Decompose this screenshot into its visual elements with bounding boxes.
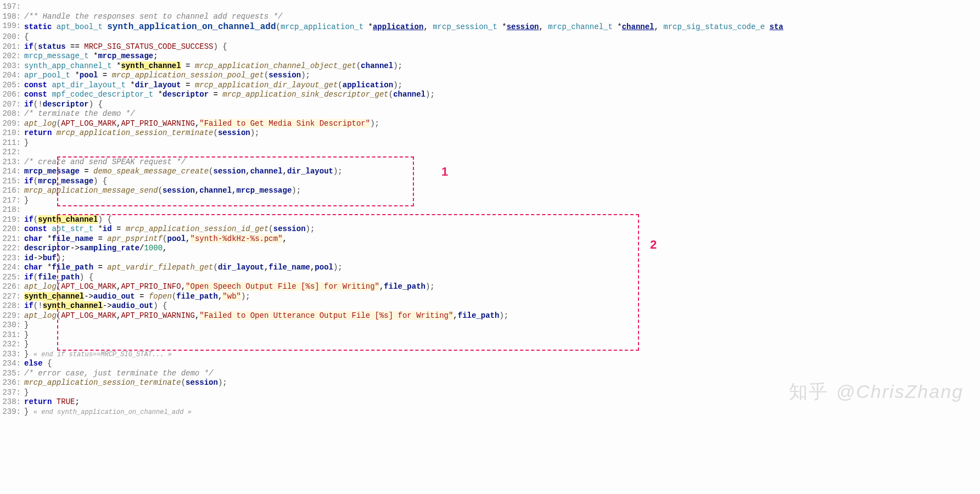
code-content [24,148,980,158]
code-line: 222: descriptor->sampling_rate/1000, [0,244,980,254]
code-line: 239:} « end synth_application_on_channel… [0,407,980,417]
line-number: 228: [0,301,24,311]
code-line: 204: apr_pool_t *pool = mrcp_application… [0,71,980,81]
code-content: descriptor->sampling_rate/1000, [24,244,980,254]
code-line: 201: if(status == MRCP_SIG_STATUS_CODE_S… [0,42,980,52]
line-number: 226: [0,282,24,292]
code-line: 205: const apt_dir_layout_t *dir_layout … [0,81,980,91]
line-number: 202: [0,52,24,61]
code-content: if(mrcp_message) { [24,177,980,187]
code-line: 199:static apt_bool_t synth_application_… [0,21,980,32]
line-number: 229: [0,311,24,321]
code-content: mrcp_message = demo_speak_message_create… [24,167,980,177]
line-number: 203: [0,61,24,71]
line-number: 216: [0,186,24,196]
code-line: 212: [0,148,980,158]
code-line: 220: const apt_str_t *id = mrcp_applicat… [0,224,980,234]
code-content: } [24,321,980,330]
code-line: 226: apt_log(APT_LOG_MARK,APT_PRIO_INFO,… [0,282,980,292]
code-content: mrcp_message_t *mrcp_message; [24,52,980,61]
code-content [24,2,980,12]
line-number: 215: [0,177,24,187]
line-number: 208: [0,109,24,119]
code-line: 218: [0,205,980,215]
line-number: 224: [0,263,24,273]
line-number: 210: [0,128,24,138]
code-content: } « end synth_application_on_channel_add… [24,407,980,417]
code-content: char *file_name = apr_psprintf(pool,"syn… [24,234,980,244]
code-content: /* terminate the demo */ [24,109,980,119]
code-content: const apt_str_t *id = mrcp_application_s… [24,224,980,234]
code-content: id->buf); [24,254,980,263]
code-line: 225: if(file_path) { [0,273,980,283]
line-number: 230: [0,321,24,330]
code-line: 210: return mrcp_application_session_ter… [0,128,980,138]
code-content: } [24,196,980,206]
line-number: 219: [0,215,24,225]
code-line: 230: } [0,321,980,330]
code-line: 213: /* create and send SPEAK request */ [0,158,980,167]
line-number: 211: [0,138,24,148]
annotation-label-2: 2 [650,237,657,252]
code-line: 203: synth_app_channel_t *synth_channel … [0,61,980,71]
code-line: 214: mrcp_message = demo_speak_message_c… [0,167,980,177]
line-number: 239: [0,407,24,417]
code-line: 238: return TRUE; [0,397,980,407]
line-number: 221: [0,234,24,244]
code-line: 217: } [0,196,980,206]
code-content: mrcp_application_session_terminate(sessi… [24,378,980,388]
code-content: apt_log(APT_LOG_MARK,APT_PRIO_WARNING,"F… [24,311,980,321]
code-content: if(!synth_channel->audio_out) { [24,301,980,311]
code-line: 206: const mpf_codec_descriptor_t *descr… [0,90,980,100]
code-content: const mpf_codec_descriptor_t *descriptor… [24,90,980,100]
code-content: apt_log(APT_LOG_MARK,APT_PRIO_WARNING,"F… [24,119,980,129]
code-content: } [24,330,980,340]
line-number: 217: [0,196,24,206]
line-number: 223: [0,254,24,263]
line-number: 212: [0,148,24,158]
line-number: 236: [0,378,24,388]
code-line: 235: /* error case, just terminate the d… [0,369,980,379]
code-content: if(status == MRCP_SIG_STATUS_CODE_SUCCES… [24,42,980,52]
line-number: 237: [0,388,24,398]
code-line: 198:/** Handle the responses sent to cha… [0,12,980,22]
line-number: 205: [0,81,24,91]
code-line: 219: if(synth_channel) { [0,215,980,225]
code-line: 200:{ [0,32,980,42]
annotation-label-1: 1 [441,164,448,179]
code-line: 223: id->buf); [0,254,980,263]
code-line: 228: if(!synth_channel->audio_out) { [0,301,980,311]
line-number: 227: [0,292,24,302]
code-line: 215: if(mrcp_message) { [0,177,980,187]
code-content: if(file_path) { [24,273,980,283]
line-number: 213: [0,158,24,167]
line-number: 204: [0,71,24,81]
code-line: 209: apt_log(APT_LOG_MARK,APT_PRIO_WARNI… [0,119,980,129]
line-number: 234: [0,359,24,369]
code-line: 202: mrcp_message_t *mrcp_message; [0,52,980,61]
code-line: 231: } [0,330,980,340]
code-content: mrcp_application_message_send(session,ch… [24,186,980,196]
code-content: } [24,388,980,398]
line-number: 198: [0,12,24,22]
code-line: 208: /* terminate the demo */ [0,109,980,119]
line-number: 199: [0,21,24,31]
code-content: /** Handle the responses sent to channel… [24,12,980,22]
code-content: /* error case, just terminate the demo *… [24,369,980,379]
code-content: return TRUE; [24,397,980,407]
line-number: 231: [0,330,24,340]
code-line: 211: } [0,138,980,148]
code-line: 236: mrcp_application_session_terminate(… [0,378,980,388]
line-number: 232: [0,340,24,350]
code-content: if(!descriptor) { [24,100,980,110]
line-number: 218: [0,205,24,215]
line-number: 225: [0,273,24,283]
code-line: 234: else { [0,359,980,369]
code-line: 207: if(!descriptor) { [0,100,980,110]
code-content: apr_pool_t *pool = mrcp_application_sess… [24,71,980,81]
code-content [24,205,980,215]
line-number: 209: [0,119,24,129]
code-viewer: 197: 198:/** Handle the responses sent t… [0,2,980,417]
code-content: synth_app_channel_t *synth_channel = mrc… [24,61,980,71]
code-content: } [24,138,980,148]
